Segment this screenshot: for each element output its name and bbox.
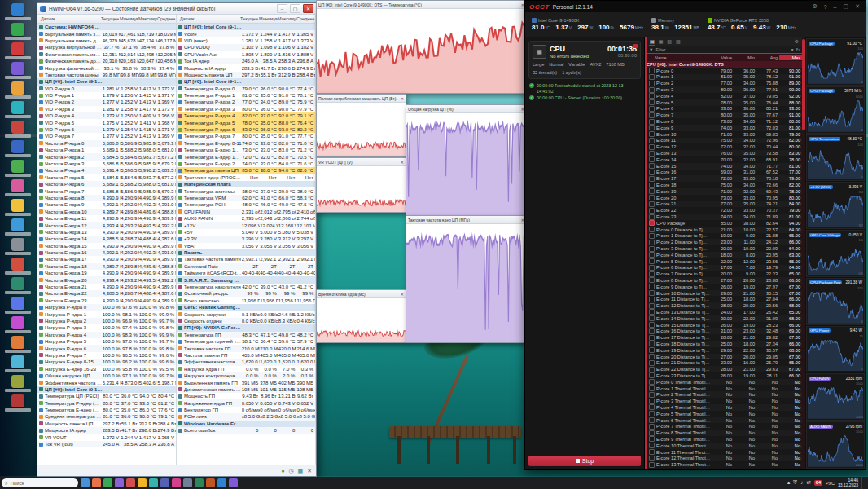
table-row[interactable]: P-core 1 Thermal ThrottlingNoNoNoNo <box>647 385 802 392</box>
sensor-graph-window[interactable]: Полная потребляемая мощность ЦП (Вт)✕ <box>316 94 406 157</box>
sensor-row[interactable]: Вентилятор ГП0 об/мин0 об/мин0 об/мин0 о… <box>177 407 315 413</box>
sensor-row[interactable]: Частота E-ядра 124,393.4 МГц4,293.2 МГц4… <box>37 222 176 228</box>
taskbar-app-icon[interactable] <box>92 478 101 487</box>
row-checkbox[interactable] <box>649 404 655 410</box>
sensor-graph-window[interactable]: Общая нагрузка ЦП (%)✕ <box>406 104 527 216</box>
minimize-button[interactable]: – <box>277 4 287 13</box>
row-checkbox[interactable] <box>649 93 655 99</box>
column-header[interactable]: Датчик <box>177 16 240 21</box>
row-checkbox[interactable] <box>649 208 655 214</box>
table-row[interactable]: P-core 0 Thermal ThrottlingNoNoNoNo <box>647 379 802 385</box>
tab-chart-icon[interactable]: ▧ <box>666 38 673 45</box>
sensor-row[interactable]: Нагрузка P-ядра 0100.0 %97.6 %100.0 %99.… <box>37 304 176 311</box>
table-row[interactable]: E-core 13 Distance to TjMAX24.0017.0026.… <box>647 309 802 315</box>
table-row[interactable]: P-core 482.0037.0079.0592.00 <box>647 93 802 99</box>
table-row[interactable]: P-core 2 Thermal ThrottlingNoNoNoNo <box>647 391 802 398</box>
desktop-icon[interactable] <box>2 218 33 236</box>
sensor-row[interactable]: Нагрузка виртуальной памяти37.7 %37.1 %3… <box>37 44 176 51</box>
desktop-icon[interactable] <box>2 101 33 118</box>
sensor-row[interactable]: Температура VRM62.0 °C41.0 °C66.0 °C58.3… <box>177 195 315 201</box>
cpu-test-card[interactable]: ▦ CPU No errors detected 00:01:35 00:30:… <box>528 41 641 79</box>
row-checkbox[interactable] <box>649 399 655 404</box>
sensor-row[interactable]: Нагрузка P-ядра 7100.0 %96.5 %100.0 %99.… <box>37 352 176 359</box>
sensor-row[interactable]: Мощность ГП9.43 Вт8.96 Вт13.21 Вт9.62 Вт <box>177 393 315 399</box>
sensor-row[interactable]: Физическая память доступно20,310 МБ20,16… <box>37 58 176 64</box>
sensor-graph-window[interactable]: Время отклика ядра (мс)✕ <box>316 289 406 343</box>
sensor-row[interactable]: VID P-ядра 21.377 V1.252 V1.413 V1.369 V <box>37 99 176 105</box>
sensor-row[interactable]: Температура P-ядер (макс)85.0 °C37.0 °C9… <box>37 399 176 406</box>
sensor-section-row[interactable]: ЦП [#0]: Intel Core i9-14900K: DTS <box>177 78 315 85</box>
column-header[interactable]: Датчик <box>37 16 101 21</box>
row-checkbox[interactable] <box>649 436 655 442</box>
sensor-row[interactable]: Мощность IA ядер283.5 Вт41.7 Вт298.6 Вт2… <box>37 427 176 434</box>
sensor-row[interactable]: Температура E-ядер 20-2374.0 °C33.0 °C84… <box>177 161 315 167</box>
row-checkbox[interactable] <box>649 354 655 359</box>
row-checkbox[interactable] <box>649 379 655 385</box>
mini-graph-card[interactable]: GPU Core Voltage0.650 V1.00.5 <box>806 230 865 277</box>
mini-graph-card[interactable]: GPU Temperature48.30 °C1000 <box>806 134 865 182</box>
mini-graph-badge[interactable]: CPU Package <box>809 89 835 93</box>
sensor-row[interactable]: Частота памяти ГП405.0 МГц405.0 МГц405.0… <box>177 352 315 359</box>
table-row[interactable]: E-core 1272.0032.0070.4480.00 <box>647 143 802 150</box>
taskbar-app-icon[interactable] <box>103 478 112 487</box>
sensor-row[interactable]: CPU FANIN2,331 об/мин2,012 об/мин2,795 о… <box>177 209 315 215</box>
row-checkbox[interactable] <box>649 290 655 296</box>
sensor-row[interactable]: Тайминги (tCAS-tRCD-tRP)40-40-4040-40-40… <box>177 270 315 276</box>
table-row[interactable]: E-core 15 Distance to TjMAX26.0019.0028.… <box>647 322 802 328</box>
sensor-row[interactable]: Скорость отдачи0.0 КБ/с0.0 КБ/с8.3 КБ/с0… <box>177 318 315 324</box>
table-row[interactable]: P-core 380.0036.0077.9190.00 <box>647 86 802 93</box>
row-checkbox[interactable] <box>649 417 655 423</box>
sensor-row[interactable]: Нагрузка P-ядра 1100.0 %98.1 %100.0 %99.… <box>37 311 176 317</box>
sensor-row[interactable]: Частота E-ядра 174,390.9 МГц4,290.9 МГц4… <box>37 256 176 262</box>
filter-refresh-icon[interactable]: ↻ <box>796 47 800 52</box>
sensor-row[interactable]: Частота E-ядра 204,393.4 МГц4,293.2 МГц4… <box>37 276 176 283</box>
table-row[interactable]: E-core 23 Distance to TjMAX26.0019.0028.… <box>647 372 802 379</box>
table-row[interactable]: P-core 2 Distance to TjMAX23.0011.0024.1… <box>647 239 802 245</box>
table-row[interactable]: P-core 1 Distance to TjMAX19.009.0021.88… <box>647 233 802 240</box>
language-indicator[interactable]: РУС <box>826 481 835 486</box>
mini-graph-card[interactable]: CPU Package Pow291.38 W3500 <box>806 278 865 325</box>
sensor-row[interactable]: CPU VccIn Aux1.808 V1.800 V1.816 V1.808 … <box>177 51 315 58</box>
scrollbar-thumb[interactable] <box>802 39 805 130</box>
table-row[interactable]: P-core 3 Thermal ThrottlingNoNoNoNo <box>647 398 802 404</box>
table-row[interactable]: E-core 21 Distance to TjMAX23.0016.0025.… <box>647 359 802 366</box>
table-row[interactable]: P-core 3 Distance to TjMAX20.0010.0022.0… <box>647 245 802 252</box>
table-row[interactable]: P-core 0 Distance to TjMAX21.0010.0022.5… <box>647 227 802 233</box>
table-row[interactable]: P-core 578.0035.0076.4488.00 <box>647 99 802 106</box>
sensor-row[interactable]: Температура P-ядра 482.0 °C37.0 °C92.0 °… <box>177 112 315 119</box>
sensor-row[interactable]: Температура P-ядра 683.0 °C36.0 °C93.0 °… <box>177 126 315 133</box>
table-column-header[interactable]: Min <box>734 55 756 60</box>
column-header[interactable]: Текущее <box>101 16 120 21</box>
taskbar-app-icon[interactable] <box>126 478 135 487</box>
sensor-row[interactable]: Нагрузка E-ядер 8-15100.0 %96.2 %100.0 %… <box>37 359 176 365</box>
sensor-row[interactable]: CPU VDDQ1.102 V1.098 V1.106 V1.102 V <box>177 44 315 51</box>
settings-gear-icon[interactable]: ⚙ <box>810 3 818 10</box>
taskbar-app-icon[interactable] <box>217 478 226 487</box>
row-checkbox[interactable] <box>649 449 655 455</box>
row-checkbox[interactable] <box>649 144 655 150</box>
sensor-row[interactable]: Скорость загрузки0.1 КБ/с0.0 КБ/с24.6 КБ… <box>177 311 315 317</box>
taskbar-search[interactable]: ⌕ Поиск <box>2 478 78 487</box>
sensor-graph-window[interactable]: VR VOUT [ЦП] (V)✕ <box>316 157 406 213</box>
desktop-icon[interactable] <box>2 277 33 294</box>
table-row[interactable]: E-core 19 Distance to TjMAX29.0022.0030.… <box>647 347 802 354</box>
table-row[interactable]: P-core 780.0035.0077.6791.00 <box>647 112 802 118</box>
sensor-section-row[interactable]: Материнская плата <box>177 181 315 187</box>
row-checkbox[interactable] <box>649 138 655 143</box>
graph-window-titlebar[interactable]: Полная потребляемая мощность ЦП (Вт)✕ <box>317 95 406 103</box>
hwinfo-tray-badge[interactable]: 64 <box>814 480 822 487</box>
table-row[interactable]: P-core 181.0035.0078.1291.00 <box>647 74 802 81</box>
table-section-row[interactable]: CPU [#0]: Intel Core i9-14900K: DTS <box>647 61 802 68</box>
maximize-button[interactable]: ▢ <box>842 3 851 10</box>
minimize-button[interactable]: – <box>832 4 839 10</box>
table-row[interactable]: E-core 1376.0035.0073.5883.00 <box>647 150 802 156</box>
sensor-row[interactable]: VR VOUT1.372 V1.244 V1.417 V1.365 V <box>37 434 176 440</box>
column-header[interactable]: Текущее <box>240 16 259 21</box>
sensor-row[interactable]: Динамическая память ГП108 МБ101 МБ115 МБ… <box>177 386 315 393</box>
row-checkbox[interactable] <box>649 322 655 328</box>
sensor-row[interactable]: Частота E-ядра 164,392.1 МГц4,292.0 МГц4… <box>37 249 176 256</box>
column-header[interactable]: Среднее <box>296 16 315 21</box>
mini-graph-badge[interactable]: CPU Package <box>809 42 835 46</box>
desktop-icon[interactable] <box>2 3 33 20</box>
sensor-row[interactable]: VID P-ядра 11.379 V1.256 V1.415 V1.371 V <box>37 92 176 99</box>
